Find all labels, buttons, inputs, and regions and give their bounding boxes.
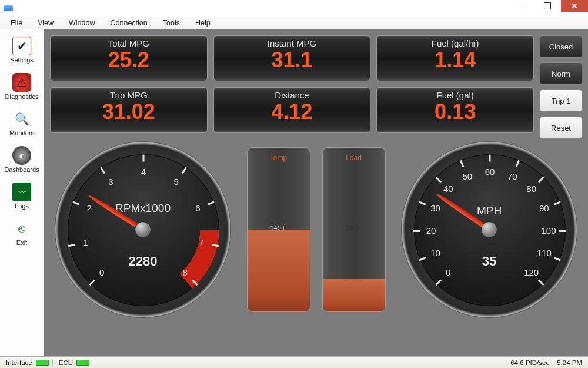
gauge-tick-label: 90 [539, 203, 549, 213]
status-ecu-label: ECU [59, 359, 73, 366]
gauge-tick-label: 120 [524, 267, 539, 277]
readout-value: 25.2 [51, 48, 207, 72]
sidebar-item-dashboards[interactable]: ◐ Dashboards [0, 146, 44, 173]
rpm-gauge: RPMx1000 2280 012345678 [55, 141, 231, 318]
gauge-tick-label: 70 [507, 171, 517, 181]
app-icon [4, 5, 13, 11]
dashboard-panel: Total MPG 25.2 Instant MPG 31.1 Fuel (ga… [44, 29, 588, 356]
readout-label: Distance [214, 90, 370, 100]
trip-reset-button[interactable]: Reset [540, 117, 582, 139]
sidebar-item-monitors[interactable]: 🔍 Monitors [0, 110, 44, 137]
gauge-tick-label: 1 [83, 237, 88, 247]
loop-status-button[interactable]: Closed [540, 35, 582, 58]
menu-view[interactable]: View [32, 18, 59, 28]
gauge-tick [413, 230, 420, 232]
load-bar-gauge: Load 20 % [322, 147, 386, 312]
readout-distance: Distance 4.12 [213, 87, 371, 133]
gauge-tick [143, 155, 145, 162]
sidebar-item-label: Settings [10, 57, 34, 64]
sidebar-item-exit[interactable]: ⎋ Exit [0, 219, 44, 246]
gauges-row: RPMx1000 2280 012345678 Temp 149 F Load … [50, 141, 582, 318]
sidebar-item-settings[interactable]: ✔ Settings [0, 37, 44, 64]
gauge-tick-label: 40 [443, 184, 453, 194]
readout-value: 1.14 [377, 48, 533, 72]
status-interface: Interface [2, 359, 53, 366]
menu-file[interactable]: File [5, 18, 28, 28]
readout-total-mpg: Total MPG 25.2 [50, 35, 208, 81]
sidebar: ✔ Settings ⚠ Diagnostics 🔍 Monitors ◐ Da… [0, 29, 44, 356]
gauge-tick-label: 20 [426, 226, 436, 236]
temp-bar-fill [248, 230, 310, 311]
readout-value: 4.12 [214, 100, 370, 124]
gauge-hub [481, 221, 497, 238]
window-titlebar [0, 0, 588, 16]
window-minimize-button[interactable] [507, 0, 534, 12]
readout-value: 31.02 [51, 100, 207, 124]
gauge-tick-label: 4 [141, 167, 146, 177]
temp-bar-label: Temp [248, 154, 310, 162]
sidebar-item-label: Diagnostics [5, 93, 39, 100]
gauge-tick-label: 6 [195, 203, 200, 213]
temp-bar-gauge: Temp 149 F [247, 147, 310, 312]
sidebar-item-label: Monitors [9, 130, 34, 137]
logs-icon: 〰 [12, 183, 31, 201]
right-button-column: Closed Norm Trip 1 Reset [540, 35, 582, 139]
rpm-gauge-title: RPMx1000 [55, 202, 230, 215]
sidebar-item-label: Logs [15, 203, 29, 210]
gauge-tick [489, 155, 491, 162]
readout-label: Total MPG [51, 38, 207, 48]
exit-icon: ⎋ [12, 219, 31, 238]
status-clock: 5:24 PM [553, 359, 586, 366]
gauge-tick-label: 0 [99, 267, 104, 277]
trip-select-button[interactable]: Trip 1 [540, 89, 582, 112]
interface-led-icon [36, 360, 49, 366]
readout-label: Fuel (gal/hr) [377, 38, 533, 48]
sidebar-item-logs[interactable]: 〰 Logs [0, 183, 44, 210]
gauge-tick-label: 60 [485, 167, 495, 177]
mph-gauge: MPH 35 0102030405060708090100110120 [401, 141, 577, 318]
readout-label: Fuel (gal) [377, 90, 533, 100]
gauge-hub [135, 221, 151, 238]
status-ecu: ECU [55, 359, 93, 366]
readout-trip-mpg: Trip MPG 31.02 [50, 87, 208, 133]
window-close-button[interactable] [561, 0, 588, 12]
menu-help[interactable]: Help [189, 18, 216, 28]
gauge-tick-label: 30 [430, 203, 440, 213]
load-bar-value: 20 % [323, 224, 385, 231]
status-interface-label: Interface [6, 359, 32, 366]
settings-icon: ✔ [12, 37, 31, 55]
gauge-tick-label: 3 [108, 176, 113, 186]
readout-value: 31.1 [214, 48, 370, 72]
rpm-gauge-value: 2280 [55, 254, 230, 269]
diagnostics-icon: ⚠ [12, 73, 31, 92]
ecu-led-icon [76, 360, 89, 366]
gauge-tick-label: 10 [430, 248, 440, 258]
gauge-tick-label: 7 [199, 237, 203, 247]
gauge-tick-label: 50 [462, 171, 472, 181]
readout-fuel-rate: Fuel (gal/hr) 1.14 [376, 35, 534, 81]
monitors-icon: 🔍 [12, 110, 31, 128]
window-maximize-button[interactable] [534, 0, 561, 12]
gauge-tick [559, 230, 566, 232]
readout-value: 0.13 [377, 100, 533, 124]
gauge-tick-label: 80 [526, 184, 536, 194]
gauge-tick-label: 2 [86, 203, 91, 213]
sidebar-item-diagnostics[interactable]: ⚠ Diagnostics [0, 73, 44, 100]
temp-bar-value: 149 F [248, 224, 310, 231]
menu-window[interactable]: Window [63, 18, 101, 28]
mode-status-button[interactable]: Norm [540, 62, 582, 85]
gauge-tick-label: 110 [537, 248, 552, 258]
readout-label: Trip MPG [51, 90, 207, 100]
menu-connection[interactable]: Connection [105, 18, 153, 28]
load-bar-fill [323, 279, 385, 311]
dashboards-icon: ◐ [12, 146, 31, 165]
load-bar-label: Load [323, 154, 385, 162]
readout-label: Instant MPG [214, 38, 370, 48]
gauge-tick-label: 0 [446, 267, 450, 277]
menu-tools[interactable]: Tools [157, 18, 186, 28]
gauge-tick-label: 100 [541, 226, 556, 236]
status-pid-rate: 64.6 PID/sec [507, 359, 553, 366]
status-bar: Interface ECU 64.6 PID/sec 5:24 PM [0, 356, 588, 368]
sidebar-item-label: Exit [16, 239, 27, 246]
sidebar-item-label: Dashboards [4, 166, 39, 173]
